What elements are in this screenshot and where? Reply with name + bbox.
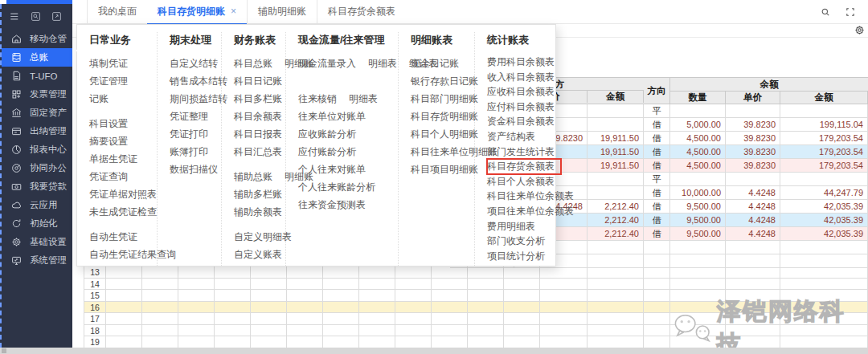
menu-item[interactable]: 辅助余额表 <box>234 203 285 221</box>
tab[interactable]: 科目存货余额表 <box>317 0 406 23</box>
menu-item[interactable]: 数据扫描仪 <box>170 161 221 178</box>
menu-item[interactable]: 记账 <box>89 90 157 108</box>
grid-row[interactable]: 19 <box>84 336 868 348</box>
grid-row[interactable]: 16 <box>84 302 868 314</box>
menu-item[interactable]: 凭证单据对照表 <box>89 185 157 203</box>
doc-search-icon[interactable] <box>30 10 42 22</box>
menu-item[interactable]: 期间损益结转 <box>170 90 221 108</box>
menu-item[interactable] <box>89 221 157 228</box>
menu-item[interactable]: 科目个人明细账 <box>411 125 474 143</box>
grid-row[interactable]: 15 <box>84 290 868 302</box>
sidebar-item-general-ledger[interactable]: 总账 <box>2 48 72 67</box>
close-icon[interactable]: × <box>231 6 236 17</box>
menu-item[interactable]: 应付科目余额表 <box>487 100 557 115</box>
search-icon[interactable] <box>820 6 831 18</box>
menu-item[interactable]: 科目设置 <box>89 115 157 132</box>
menu-item[interactable]: 自定义账表 <box>234 246 285 263</box>
menu-item[interactable]: 现金日记账 <box>411 55 474 72</box>
sidebar-item-cloud-apps[interactable]: 云应用 <box>2 196 72 214</box>
menu-item[interactable]: 凭证查询 <box>89 168 157 185</box>
tab[interactable]: 科目存货明细账× <box>147 0 247 25</box>
menu-item[interactable]: 科目汇总表 <box>234 143 285 161</box>
menu-item[interactable]: 应收账龄分析 <box>298 125 398 143</box>
menu-item[interactable]: 凭证整理 <box>170 108 221 125</box>
menu-item[interactable]: 个人往来账龄分析 <box>298 178 398 196</box>
menu-item[interactable]: 应付账龄分析 <box>298 143 398 161</box>
sidebar-item-cashier[interactable]: 出纳管理 <box>2 122 72 140</box>
menu-item[interactable]: 收入科目余额表 <box>487 70 557 85</box>
grid-row[interactable]: 18 <box>84 325 868 337</box>
menu-item[interactable]: 现金流量录入明细表统计表 <box>298 55 398 72</box>
hamburger-menu-icon[interactable] <box>9 10 21 22</box>
menu-item[interactable]: 科目余额表 <box>234 108 285 125</box>
menu-item[interactable]: 摘要设置 <box>89 132 157 150</box>
menu-item[interactable]: 科目存货余额表 <box>487 159 561 174</box>
balance-amount-cell: 42,035.39 <box>780 200 868 214</box>
menu-item[interactable]: 项目往来单位余额表 <box>487 204 557 219</box>
menu-item[interactable]: 科目总账明细账 <box>234 55 285 72</box>
menu-item[interactable]: 部门收支分析 <box>487 234 557 249</box>
menu-item[interactable]: 填制凭证 <box>89 55 157 72</box>
menu-item[interactable]: 科目项目明细账 <box>411 161 474 178</box>
menu-item[interactable]: 往来资金预测表 <box>298 196 398 214</box>
menu-item[interactable]: 自定义明细表 <box>234 228 285 246</box>
sidebar-item-fixed-assets[interactable]: 固定资产 <box>2 104 72 122</box>
balance-qty-cell: 10,000.00 <box>670 186 726 200</box>
scrollbar-arrow[interactable] <box>2 348 6 353</box>
menu-item[interactable]: 费用明细表 <box>487 219 557 234</box>
menu-item[interactable]: 费用科目余额表 <box>487 55 557 70</box>
menu-item[interactable]: 销售成本结转 <box>170 72 221 90</box>
menu-item[interactable]: 自定义结转 <box>170 55 221 72</box>
grid-row[interactable]: 14 <box>84 279 868 291</box>
menu-item[interactable]: 应收科目余额表 <box>487 84 557 100</box>
sidebar-item-invoice[interactable]: 发票管理 <box>2 85 72 104</box>
menu-item[interactable] <box>298 72 398 90</box>
menu-item[interactable]: 自动生凭证 <box>89 228 157 246</box>
menu-item[interactable]: 资产结构表 <box>487 129 557 144</box>
grid-row[interactable]: 13 <box>84 267 868 279</box>
menu-item[interactable]: 往来核销明细表 <box>298 90 398 108</box>
menu-item[interactable]: 科目部门明细账 <box>411 90 474 108</box>
menu-item[interactable]: 辅助多栏账 <box>234 185 285 203</box>
menu-item[interactable]: 往来单位对账单 <box>298 108 398 125</box>
menu-item[interactable]: 账簿打印 <box>170 143 221 161</box>
menu-item[interactable]: 凭证打印 <box>170 125 221 143</box>
menu-item[interactable]: 科目存货明细账 <box>411 108 474 125</box>
menu-item[interactable]: 科目日报表 <box>234 125 285 143</box>
tab[interactable]: 我的桌面 <box>87 0 147 23</box>
menu-item[interactable]: 科目往来单位明细账 <box>411 143 474 161</box>
menu-item[interactable]: 科目多栏账 <box>234 90 285 108</box>
grid-row[interactable]: 17 <box>84 313 868 325</box>
horizontal-scrollbar[interactable] <box>0 348 868 354</box>
menu-item[interactable]: 未生成凭证检查 <box>89 203 157 221</box>
sidebar-item-t-ufo[interactable]: T-UFO <box>2 67 72 85</box>
sidebar-item-loan[interactable]: 我要贷款 <box>2 177 72 196</box>
menu-item[interactable]: 项目统计分析 <box>487 249 557 264</box>
sidebar-item-mobile-warehouse[interactable]: 移动仓管 <box>2 30 72 48</box>
sidebar-item-collaboration[interactable]: 协同办公 <box>2 159 72 177</box>
menu-item[interactable]: 辅助总账明细账 <box>234 168 285 185</box>
menu-item[interactable] <box>234 161 285 168</box>
sidebar-item-report-center[interactable]: 报表中心 <box>2 140 72 159</box>
menu-item[interactable]: 科目往来单位余额表 <box>487 189 557 204</box>
menu-item[interactable]: 资金科目余额表 <box>487 114 557 129</box>
menu-item[interactable]: 单据生凭证 <box>89 150 157 168</box>
menu-item[interactable] <box>89 108 157 115</box>
menu-item[interactable]: 银行存款日记账 <box>411 72 474 90</box>
menu-item[interactable]: 科目日记账 <box>234 72 285 90</box>
export-icon[interactable] <box>51 10 63 22</box>
menu-item[interactable] <box>234 221 285 228</box>
menu-item[interactable]: 科目个人余额表 <box>487 174 557 189</box>
grid-settings-gear-icon[interactable] <box>854 24 866 36</box>
sidebar-item-basic-settings[interactable]: 基础设置 <box>2 233 72 251</box>
menu-item[interactable]: 部门发生统计表 <box>487 144 557 160</box>
menu-column-cashflow-transactions: 现金流量/往来管理 现金流量录入明细表统计表 往来核销明细表 <box>286 32 399 266</box>
tab[interactable]: 辅助明细账 <box>247 0 317 23</box>
balance-price-cell: 39.8230 <box>726 132 780 145</box>
menu-item[interactable]: 个人往来对账单 <box>298 161 398 178</box>
menu-item[interactable]: 自动生凭证结果查询 <box>89 246 157 263</box>
fullscreen-icon[interactable] <box>845 6 856 18</box>
menu-item[interactable]: 凭证管理 <box>89 72 157 90</box>
sidebar-item-initialize[interactable]: 初始化 <box>2 214 72 233</box>
sidebar-item-system-admin[interactable]: 系统管理 <box>2 251 72 270</box>
